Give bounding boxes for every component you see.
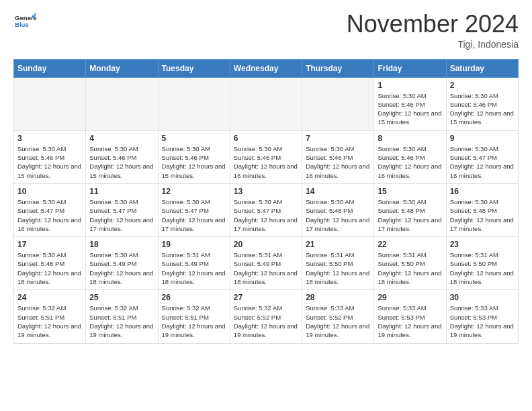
calendar-cell: 17Sunrise: 5:30 AM Sunset: 5:48 PM Dayli… [14,237,86,290]
day-number: 13 [234,187,298,196]
day-info: Sunrise: 5:30 AM Sunset: 5:46 PM Dayligh… [450,91,515,127]
calendar-cell: 8Sunrise: 5:30 AM Sunset: 5:46 PM Daylig… [374,130,446,183]
day-number: 23 [450,240,515,249]
calendar-cell: 7Sunrise: 5:30 AM Sunset: 5:46 PM Daylig… [302,130,374,183]
calendar-cell: 13Sunrise: 5:30 AM Sunset: 5:47 PM Dayli… [230,183,302,236]
day-info: Sunrise: 5:31 AM Sunset: 5:49 PM Dayligh… [162,250,226,286]
calendar-cell: 21Sunrise: 5:31 AM Sunset: 5:50 PM Dayli… [302,237,374,290]
header-saturday: Saturday [446,59,518,77]
day-number: 14 [306,187,370,196]
day-info: Sunrise: 5:30 AM Sunset: 5:47 PM Dayligh… [17,197,82,233]
header-tuesday: Tuesday [158,59,230,77]
day-number: 11 [89,187,154,196]
calendar-cell: 11Sunrise: 5:30 AM Sunset: 5:47 PM Dayli… [86,183,158,236]
day-number: 10 [17,187,82,196]
calendar-cell [230,77,302,130]
day-number: 2 [450,81,515,90]
day-info: Sunrise: 5:32 AM Sunset: 5:52 PM Dayligh… [234,304,298,339]
day-info: Sunrise: 5:30 AM Sunset: 5:48 PM Dayligh… [450,197,515,233]
day-number: 5 [162,134,226,143]
day-info: Sunrise: 5:30 AM Sunset: 5:47 PM Dayligh… [162,197,226,233]
calendar-cell [14,77,86,130]
logo-icon: General Blue [15,11,36,32]
calendar-cell: 12Sunrise: 5:30 AM Sunset: 5:47 PM Dayli… [158,183,230,236]
day-number: 15 [378,187,442,196]
calendar-cell: 19Sunrise: 5:31 AM Sunset: 5:49 PM Dayli… [158,237,230,290]
header-row: Sunday Monday Tuesday Wednesday Thursday… [14,59,519,77]
day-number: 9 [450,134,515,143]
calendar-cell: 22Sunrise: 5:31 AM Sunset: 5:50 PM Dayli… [374,237,446,290]
logo: General Blue [13,11,36,35]
calendar-cell: 4Sunrise: 5:30 AM Sunset: 5:46 PM Daylig… [86,130,158,183]
day-info: Sunrise: 5:30 AM Sunset: 5:48 PM Dayligh… [17,250,82,286]
day-info: Sunrise: 5:30 AM Sunset: 5:49 PM Dayligh… [89,250,154,286]
calendar-cell: 27Sunrise: 5:32 AM Sunset: 5:52 PM Dayli… [230,290,302,343]
day-number: 22 [378,240,442,249]
day-info: Sunrise: 5:33 AM Sunset: 5:53 PM Dayligh… [378,304,442,339]
header: General Blue November 2024 Tigi, Indones… [13,11,519,50]
day-info: Sunrise: 5:30 AM Sunset: 5:46 PM Dayligh… [17,144,82,180]
header-wednesday: Wednesday [230,59,302,77]
calendar-cell: 26Sunrise: 5:32 AM Sunset: 5:51 PM Dayli… [158,290,230,343]
calendar-cell: 5Sunrise: 5:30 AM Sunset: 5:46 PM Daylig… [158,130,230,183]
calendar-cell: 6Sunrise: 5:30 AM Sunset: 5:46 PM Daylig… [230,130,302,183]
calendar-body: 1Sunrise: 5:30 AM Sunset: 5:46 PM Daylig… [14,77,519,343]
calendar-cell: 28Sunrise: 5:33 AM Sunset: 5:52 PM Dayli… [302,290,374,343]
day-info: Sunrise: 5:30 AM Sunset: 5:47 PM Dayligh… [450,144,515,180]
day-number: 17 [17,240,82,249]
day-number: 20 [234,240,298,249]
calendar-row: 24Sunrise: 5:32 AM Sunset: 5:51 PM Dayli… [14,290,519,343]
day-info: Sunrise: 5:31 AM Sunset: 5:49 PM Dayligh… [234,250,298,286]
day-info: Sunrise: 5:30 AM Sunset: 5:47 PM Dayligh… [89,197,154,233]
calendar-cell: 10Sunrise: 5:30 AM Sunset: 5:47 PM Dayli… [14,183,86,236]
day-number: 26 [162,293,226,302]
day-number: 8 [378,134,442,143]
calendar-cell: 2Sunrise: 5:30 AM Sunset: 5:46 PM Daylig… [446,77,518,130]
calendar-cell: 30Sunrise: 5:33 AM Sunset: 5:53 PM Dayli… [446,290,518,343]
day-info: Sunrise: 5:30 AM Sunset: 5:46 PM Dayligh… [89,144,154,180]
calendar-cell: 1Sunrise: 5:30 AM Sunset: 5:46 PM Daylig… [374,77,446,130]
calendar-row: 17Sunrise: 5:30 AM Sunset: 5:48 PM Dayli… [14,237,519,290]
calendar-cell: 25Sunrise: 5:32 AM Sunset: 5:51 PM Dayli… [86,290,158,343]
day-info: Sunrise: 5:30 AM Sunset: 5:46 PM Dayligh… [378,91,442,127]
day-number: 6 [234,134,298,143]
calendar-table: Sunday Monday Tuesday Wednesday Thursday… [13,59,519,344]
title-section: November 2024 Tigi, Indonesia [347,11,519,50]
day-info: Sunrise: 5:32 AM Sunset: 5:51 PM Dayligh… [17,304,82,339]
day-number: 25 [89,293,154,302]
day-info: Sunrise: 5:33 AM Sunset: 5:52 PM Dayligh… [306,304,370,339]
day-number: 21 [306,240,370,249]
calendar-cell: 18Sunrise: 5:30 AM Sunset: 5:49 PM Dayli… [86,237,158,290]
day-info: Sunrise: 5:32 AM Sunset: 5:51 PM Dayligh… [162,304,226,339]
day-number: 30 [450,293,515,302]
header-monday: Monday [86,59,158,77]
day-number: 27 [234,293,298,302]
location: Tigi, Indonesia [347,39,519,50]
page: General Blue November 2024 Tigi, Indones… [0,0,532,357]
header-friday: Friday [374,59,446,77]
calendar-cell: 24Sunrise: 5:32 AM Sunset: 5:51 PM Dayli… [14,290,86,343]
day-number: 19 [162,240,226,249]
day-number: 16 [450,187,515,196]
day-info: Sunrise: 5:30 AM Sunset: 5:46 PM Dayligh… [306,144,370,180]
day-info: Sunrise: 5:31 AM Sunset: 5:50 PM Dayligh… [306,250,370,286]
calendar-cell [86,77,158,130]
calendar-cell: 14Sunrise: 5:30 AM Sunset: 5:48 PM Dayli… [302,183,374,236]
day-info: Sunrise: 5:30 AM Sunset: 5:47 PM Dayligh… [234,197,298,233]
day-info: Sunrise: 5:30 AM Sunset: 5:48 PM Dayligh… [306,197,370,233]
day-number: 12 [162,187,226,196]
calendar-header: Sunday Monday Tuesday Wednesday Thursday… [14,59,519,77]
calendar-cell [302,77,374,130]
calendar-cell: 23Sunrise: 5:31 AM Sunset: 5:50 PM Dayli… [446,237,518,290]
day-info: Sunrise: 5:32 AM Sunset: 5:51 PM Dayligh… [89,304,154,339]
header-thursday: Thursday [302,59,374,77]
day-info: Sunrise: 5:30 AM Sunset: 5:48 PM Dayligh… [378,197,442,233]
calendar-row: 3Sunrise: 5:30 AM Sunset: 5:46 PM Daylig… [14,130,519,183]
day-number: 24 [17,293,82,302]
day-info: Sunrise: 5:31 AM Sunset: 5:50 PM Dayligh… [450,250,515,286]
day-number: 7 [306,134,370,143]
day-info: Sunrise: 5:31 AM Sunset: 5:50 PM Dayligh… [378,250,442,286]
day-number: 29 [378,293,442,302]
day-number: 3 [17,134,82,143]
calendar-cell [158,77,230,130]
